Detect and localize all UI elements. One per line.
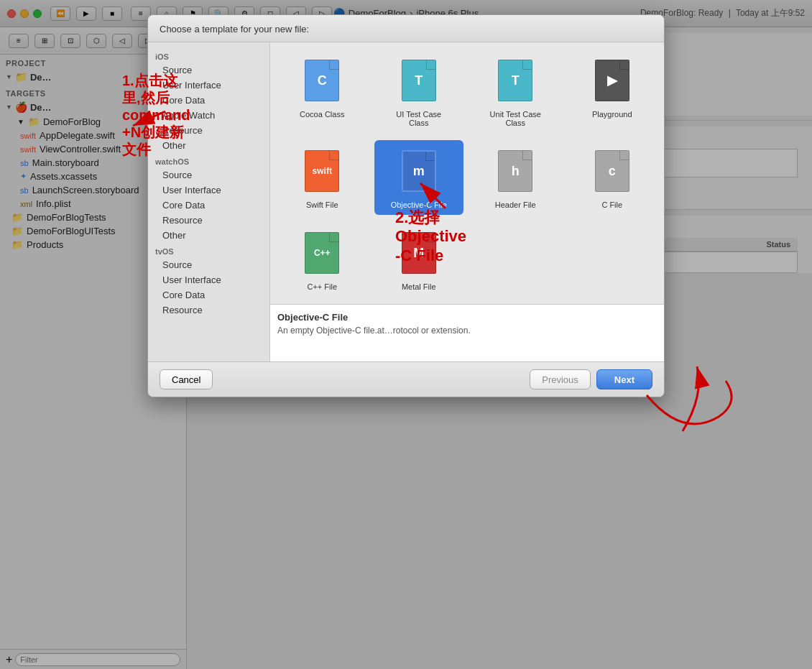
unit-test-file-icon: T xyxy=(498,60,532,101)
cancel-button[interactable]: Cancel xyxy=(160,369,213,389)
cpp-file-icon: C++ xyxy=(300,228,343,278)
modal-sidebar-watchos-ui[interactable]: User Interface xyxy=(148,183,269,198)
modal-sidebar: iOS Source User Interface Core Data Appl… xyxy=(148,42,270,361)
cpp-file-file-icon: C++ xyxy=(305,232,339,274)
ios-section-label: iOS xyxy=(148,48,269,63)
modal-footer: Cancel Previous Next xyxy=(148,361,664,397)
new-file-modal: Choose a template for your new file: iOS… xyxy=(147,14,665,397)
watchos-section-label: watchOS xyxy=(148,153,269,167)
previous-button[interactable]: Previous xyxy=(530,369,591,389)
modal-sidebar-tvos-source[interactable]: Source xyxy=(148,257,269,272)
tvos-section-label: tvOS xyxy=(148,243,269,257)
modal-title-bar: Choose a template for your new file: xyxy=(148,15,664,42)
template-header-file[interactable]: h Header File xyxy=(471,140,560,215)
next-button[interactable]: Next xyxy=(596,369,652,389)
ui-test-label: UI Test CaseClass xyxy=(396,110,441,127)
c-file-icon: c xyxy=(591,146,634,196)
modal-sidebar-watchos-coredata[interactable]: Core Data xyxy=(148,198,269,213)
swift-file-label: Swift File xyxy=(306,200,338,209)
objc-file-label: Objective-C File xyxy=(391,200,447,209)
modal-sidebar-tvos-coredata[interactable]: Core Data xyxy=(148,287,269,303)
template-metal-file[interactable]: M Metal File xyxy=(374,222,464,297)
template-cocoa-class[interactable]: C Cocoa Class xyxy=(277,50,367,133)
modal-sidebar-watchos-other[interactable]: Other xyxy=(148,228,269,243)
modal-sidebar-ios-source[interactable]: Source xyxy=(148,63,269,78)
modal-template-area: C Cocoa Class T UI Test CaseClass xyxy=(270,42,664,361)
modal-sidebar-tvos-ui[interactable]: User Interface xyxy=(148,272,269,287)
modal-description: Objective-C File An empty Objective-C fi… xyxy=(270,304,664,361)
metal-file-icon: M xyxy=(397,228,440,278)
modal-sidebar-ios-resource[interactable]: Resource xyxy=(148,123,269,138)
modal-sidebar-watchos-resource[interactable]: Resource xyxy=(148,213,269,228)
modal-body: iOS Source User Interface Core Data Appl… xyxy=(148,42,664,361)
header-file-icon: h xyxy=(494,146,537,196)
playground-label: Playground xyxy=(592,110,632,119)
swift-file-file-icon: swift xyxy=(305,150,339,192)
template-c-file[interactable]: c C File xyxy=(568,140,658,215)
ui-test-icon: T xyxy=(397,55,440,106)
modal-sidebar-tvos-resource[interactable]: Resource xyxy=(148,303,269,318)
template-ui-test-case[interactable]: T UI Test CaseClass xyxy=(374,50,464,133)
header-file-file-icon: h xyxy=(498,150,532,192)
modal-title: Choose a template for your new file: xyxy=(160,24,309,34)
modal-sidebar-ios-other[interactable]: Other xyxy=(148,138,269,153)
cocoa-class-file-icon: C xyxy=(305,60,339,101)
modal-overlay: Choose a template for your new file: iOS… xyxy=(0,0,812,669)
description-title: Objective-C File xyxy=(277,312,657,323)
objc-file-file-icon: m xyxy=(402,150,436,192)
cpp-file-label: C++ File xyxy=(307,282,337,291)
unit-test-label: Unit Test CaseClass xyxy=(490,110,541,127)
header-file-label: Header File xyxy=(495,200,536,209)
template-playground[interactable]: ▶ Playground xyxy=(568,50,658,133)
modal-sidebar-ios-ui[interactable]: User Interface xyxy=(148,78,269,93)
objc-file-icon: m xyxy=(397,146,440,196)
template-grid: C Cocoa Class T UI Test CaseClass xyxy=(270,42,664,304)
modal-sidebar-ios-coredata[interactable]: Core Data xyxy=(148,93,269,108)
modal-sidebar-ios-applewatch[interactable]: Apple Watch xyxy=(148,108,269,123)
description-text: An empty Objective-C file.at…rotocol or … xyxy=(277,326,657,336)
template-swift-file[interactable]: swift Swift File xyxy=(277,140,367,215)
c-file-label: C File xyxy=(601,200,622,209)
cocoa-class-label: Cocoa Class xyxy=(300,110,344,119)
playground-file-icon: ▶ xyxy=(595,60,629,101)
ui-test-file-icon: T xyxy=(402,60,436,101)
template-objc-file[interactable]: m Objective-C File xyxy=(374,140,464,215)
playground-icon: ▶ xyxy=(591,55,634,106)
swift-file-icon: swift xyxy=(300,146,343,196)
template-unit-test-case[interactable]: T Unit Test CaseClass xyxy=(471,50,560,133)
unit-test-icon: T xyxy=(494,55,537,106)
metal-file-file-icon: M xyxy=(402,232,436,274)
metal-file-label: Metal File xyxy=(402,282,436,291)
c-file-file-icon: c xyxy=(595,150,629,192)
modal-sidebar-watchos-source[interactable]: Source xyxy=(148,167,269,183)
cocoa-class-icon: C xyxy=(300,55,343,106)
template-cpp-file[interactable]: C++ C++ File xyxy=(277,222,367,297)
